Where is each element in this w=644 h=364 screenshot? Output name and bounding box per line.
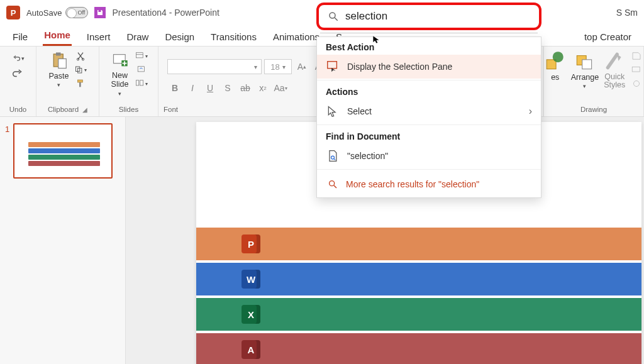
svg-rect-18 xyxy=(136,53,143,58)
group-label: Clipboard xyxy=(48,106,79,113)
paste-button[interactable]: Paste ▾ xyxy=(49,50,69,88)
autosave-label: AutoSave xyxy=(26,8,62,18)
slide-number: 1 xyxy=(5,123,9,179)
more-search-results[interactable]: More search results for "selection" xyxy=(317,171,541,197)
svg-line-6 xyxy=(334,185,336,188)
section-button[interactable]: ▾ xyxy=(135,78,148,89)
save-icon[interactable] xyxy=(94,7,106,18)
bold-button[interactable]: B xyxy=(167,80,182,96)
search-input[interactable] xyxy=(345,10,531,23)
group-label: Font xyxy=(164,106,178,113)
tab-home[interactable]: Home xyxy=(43,26,72,46)
tab-animations[interactable]: Animations xyxy=(272,28,321,46)
subscript-button[interactable]: x2 xyxy=(255,80,270,96)
search-icon xyxy=(326,177,340,191)
strikethrough-button[interactable]: ab xyxy=(238,80,253,96)
dialog-launcher-icon[interactable]: ◢ xyxy=(82,106,87,113)
tab-insert[interactable]: Insert xyxy=(86,28,112,46)
font-size-combo[interactable]: 18▾ xyxy=(264,59,292,74)
access-icon: A xyxy=(242,340,260,359)
group-label: Undo xyxy=(9,104,27,115)
svg-rect-2 xyxy=(328,62,337,69)
svg-rect-26 xyxy=(582,60,592,69)
reset-button[interactable] xyxy=(135,64,148,75)
svg-rect-21 xyxy=(136,80,138,85)
group-undo: ▾ Undo xyxy=(0,47,36,116)
tell-me-search[interactable] xyxy=(316,3,541,33)
svg-point-0 xyxy=(330,13,335,18)
tab-draw[interactable]: Draw xyxy=(125,28,150,46)
group-label: Slides xyxy=(119,104,138,115)
powerpoint-app-icon: P xyxy=(6,6,20,19)
underline-button[interactable]: U xyxy=(203,80,218,96)
svg-rect-22 xyxy=(140,80,143,85)
change-case-button[interactable]: Aa▾ xyxy=(273,80,288,96)
svg-point-5 xyxy=(330,181,335,186)
shape-effects-button[interactable] xyxy=(630,78,643,89)
slide-thumbnail-1[interactable] xyxy=(13,123,113,179)
mouse-cursor-icon xyxy=(372,35,381,44)
slide-bar-excel[interactable]: X xyxy=(196,298,641,331)
result-display-selection-pane[interactable]: Display the Selection Pane xyxy=(317,55,541,79)
actions-heading: Actions xyxy=(317,82,541,99)
slide-thumbnail-panel[interactable]: 1 xyxy=(0,117,126,364)
svg-rect-15 xyxy=(79,82,81,87)
document-search-icon xyxy=(326,149,340,163)
new-slide-button[interactable]: New Slide ▾ xyxy=(110,50,130,97)
document-title: Presentation4 - PowerPoint xyxy=(112,8,219,18)
quick-styles-button[interactable]: Quick Styles xyxy=(604,50,625,89)
excel-icon: X xyxy=(242,305,260,324)
increase-font-button[interactable]: A▴ xyxy=(294,59,309,74)
tab-transitions[interactable]: Transitions xyxy=(209,28,258,46)
copy-button[interactable]: ▾ xyxy=(74,64,87,75)
font-name-combo[interactable]: ▾ xyxy=(167,59,262,74)
tab-file[interactable]: File xyxy=(11,28,29,46)
tab-desktop-creator-truncated[interactable]: top Creator xyxy=(583,28,633,46)
group-label: Drawing xyxy=(580,106,607,113)
shadow-button[interactable]: S xyxy=(220,80,235,96)
svg-rect-20 xyxy=(138,67,145,72)
svg-rect-27 xyxy=(633,67,640,72)
autosave-toggle[interactable]: AutoSave Off xyxy=(26,7,88,18)
toggle-off-icon[interactable]: Off xyxy=(65,7,88,18)
shape-fill-button[interactable] xyxy=(630,50,643,62)
group-clipboard: Paste ▾ ▾ Clipboard◢ xyxy=(36,47,99,116)
italic-button[interactable]: I xyxy=(185,80,200,96)
result-label: Select xyxy=(347,106,372,116)
result-label: "selection" xyxy=(347,151,388,161)
slide-bar-powerpoint[interactable]: P xyxy=(196,228,641,260)
group-drawing: es Arrange ▾ Quick Styles Drawing xyxy=(543,47,644,116)
format-painter-button[interactable] xyxy=(74,78,87,89)
search-results-panel: Best Action Display the Selection Pane A… xyxy=(316,36,541,198)
result-find-selection[interactable]: "selection" xyxy=(317,144,541,168)
svg-rect-8 xyxy=(56,53,61,56)
cut-button[interactable] xyxy=(74,50,87,62)
word-icon: W xyxy=(242,270,260,289)
slide-bar-word[interactable]: W xyxy=(196,263,641,295)
redo-button[interactable] xyxy=(12,68,25,79)
chevron-right-icon: › xyxy=(529,106,532,117)
undo-button[interactable]: ▾ xyxy=(12,53,25,64)
more-label: More search results for "selection" xyxy=(346,179,479,189)
find-heading: Find in Document xyxy=(317,126,541,144)
user-name[interactable]: S Sm xyxy=(616,8,638,18)
best-action-heading: Best Action xyxy=(317,37,541,55)
svg-point-24 xyxy=(552,52,563,62)
result-select[interactable]: Select › xyxy=(317,99,541,123)
group-slides: New Slide ▾ ▾ ▾ Slides xyxy=(99,47,158,116)
svg-rect-9 xyxy=(58,59,66,69)
shape-outline-button[interactable] xyxy=(630,64,643,75)
layout-button[interactable]: ▾ xyxy=(135,50,148,62)
tab-design[interactable]: Design xyxy=(164,28,196,46)
svg-rect-14 xyxy=(77,80,82,82)
svg-line-4 xyxy=(334,158,336,160)
powerpoint-icon: P xyxy=(242,234,260,253)
shapes-button[interactable]: es xyxy=(545,50,566,82)
slide-bar-access[interactable]: A xyxy=(196,333,641,364)
result-label: Display the Selection Pane xyxy=(347,62,452,72)
svg-line-1 xyxy=(335,18,338,21)
arrange-button[interactable]: Arrange ▾ xyxy=(571,50,599,89)
pointer-icon xyxy=(326,104,340,118)
svg-point-28 xyxy=(634,81,640,87)
selection-pane-icon xyxy=(326,60,340,74)
